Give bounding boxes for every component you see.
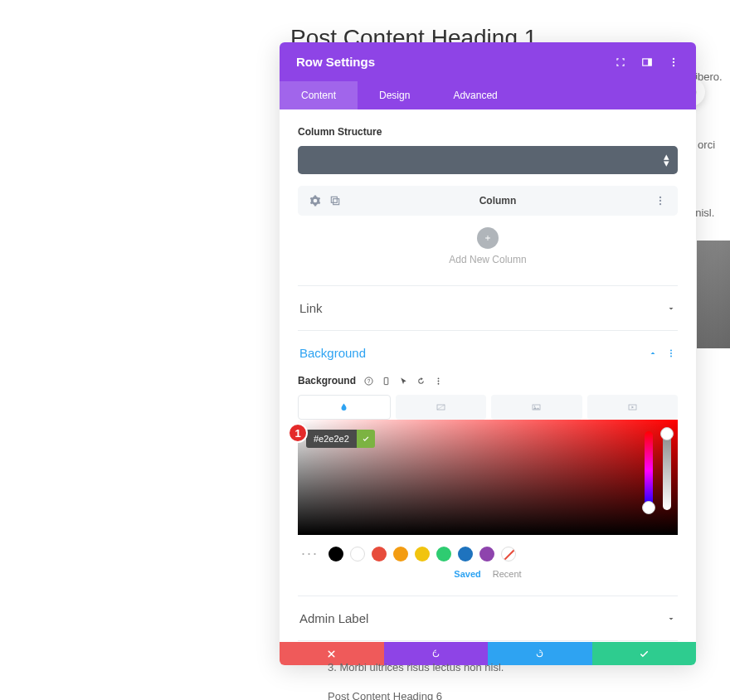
bg-tab-image[interactable] — [491, 395, 582, 420]
panel-icon[interactable] — [641, 56, 653, 68]
swatch-tab-recent[interactable]: Recent — [493, 569, 522, 579]
chevron-up-icon — [648, 348, 658, 358]
bg-tab-video[interactable] — [587, 395, 679, 420]
hue-handle[interactable] — [642, 501, 655, 514]
svg-point-9 — [659, 200, 661, 202]
more-icon[interactable] — [668, 56, 679, 68]
background-sub-label: Background — [298, 375, 356, 386]
help-icon[interactable]: ? — [364, 377, 373, 386]
hover-icon[interactable] — [399, 377, 408, 386]
column-more-icon[interactable] — [655, 195, 666, 207]
color-picker-area[interactable]: 1 #e2e2e2 — [298, 420, 678, 535]
svg-rect-2 — [648, 58, 651, 65]
svg-rect-16 — [384, 377, 388, 384]
swatch-black[interactable] — [328, 547, 343, 561]
svg-point-19 — [438, 382, 440, 384]
column-structure-label: Column Structure — [298, 126, 678, 138]
svg-point-12 — [670, 352, 672, 354]
tablet-icon[interactable] — [382, 377, 391, 386]
more-icon[interactable] — [434, 377, 443, 386]
swatch-orange[interactable] — [393, 547, 408, 561]
hue-slider[interactable] — [645, 431, 653, 510]
svg-text:?: ? — [367, 377, 371, 383]
svg-point-18 — [438, 380, 440, 382]
column-structure-selector[interactable]: ▴▾ — [298, 146, 678, 174]
column-label: Column — [479, 195, 517, 207]
svg-point-8 — [659, 197, 661, 198]
section-link-title: Link — [299, 301, 323, 315]
page-sidebar-decoration — [697, 241, 730, 348]
add-column: Add New Column — [298, 227, 678, 265]
hex-confirm-button[interactable] — [357, 430, 375, 448]
svg-point-22 — [534, 406, 536, 407]
callout-badge: 1 — [288, 423, 308, 443]
modal-title: Row Settings — [296, 55, 375, 69]
alpha-slider[interactable] — [663, 431, 671, 510]
hex-value[interactable]: #e2e2e2 — [306, 430, 357, 448]
modal-header: Row Settings — [280, 42, 696, 81]
svg-point-17 — [438, 377, 440, 379]
background-sub-row: Background ? — [298, 375, 678, 386]
bg-list-text: 3. Morbi ultrices risus lectus non nisl. — [328, 661, 504, 673]
tab-advanced[interactable]: Advanced — [431, 81, 518, 109]
bg-footer-heading: Post Content Heading 6 — [328, 690, 504, 700]
add-column-button[interactable] — [477, 227, 499, 249]
svg-rect-6 — [333, 199, 339, 205]
chevron-down-icon — [666, 614, 676, 624]
swatch-purple[interactable] — [479, 547, 494, 561]
modal-body: Column Structure ▴▾ Column Add New Colum… — [280, 109, 696, 642]
swatch-yellow[interactable] — [415, 547, 430, 561]
svg-rect-7 — [331, 197, 337, 202]
gear-icon[interactable] — [309, 195, 321, 207]
tabs: Content Design Advanced — [280, 81, 696, 109]
stepper-icon: ▴▾ — [664, 153, 669, 167]
header-icons — [615, 56, 679, 68]
section-admin-label-title: Admin Label — [299, 611, 368, 625]
svg-point-13 — [670, 355, 672, 357]
svg-point-10 — [659, 203, 661, 205]
swatch-none[interactable] — [501, 547, 516, 561]
bg-tab-color[interactable] — [298, 395, 391, 420]
section-admin-label[interactable]: Admin Label — [298, 595, 678, 640]
duplicate-icon[interactable] — [329, 195, 341, 207]
save-button[interactable] — [592, 642, 697, 665]
reset-icon[interactable] — [416, 377, 426, 386]
bg-list-line: 3. Morbi ultrices risus lectus non nisl.… — [328, 661, 504, 700]
swatch-more-icon[interactable]: ··· — [298, 545, 322, 562]
tab-content[interactable]: Content — [280, 81, 358, 109]
swatch-tabs: Saved Recent — [298, 569, 678, 579]
swatch-tab-saved[interactable]: Saved — [454, 569, 480, 579]
section-more-icon[interactable] — [666, 348, 676, 358]
swatches-row: ··· — [298, 545, 678, 562]
row-settings-modal: Row Settings Content Design Advanced Col… — [280, 42, 696, 665]
svg-point-4 — [673, 61, 674, 62]
background-type-tabs — [298, 395, 678, 420]
section-link[interactable]: Link — [298, 285, 678, 330]
svg-point-3 — [673, 57, 674, 59]
column-item[interactable]: Column — [298, 186, 678, 216]
swatch-blue[interactable] — [458, 547, 473, 561]
chevron-down-icon — [666, 304, 676, 314]
swatch-green[interactable] — [436, 547, 451, 561]
tab-design[interactable]: Design — [358, 81, 431, 109]
alpha-handle[interactable] — [660, 427, 674, 440]
expand-icon[interactable] — [615, 56, 626, 68]
hex-input-group: #e2e2e2 — [306, 430, 375, 448]
section-background-title: Background — [299, 346, 366, 360]
swatch-red[interactable] — [372, 547, 387, 561]
bg-tab-gradient[interactable] — [396, 395, 487, 420]
svg-point-5 — [673, 64, 674, 66]
swatch-white[interactable] — [350, 547, 365, 561]
section-background[interactable]: Background — [298, 330, 678, 375]
svg-point-11 — [670, 349, 672, 351]
add-column-text: Add New Column — [298, 254, 678, 265]
